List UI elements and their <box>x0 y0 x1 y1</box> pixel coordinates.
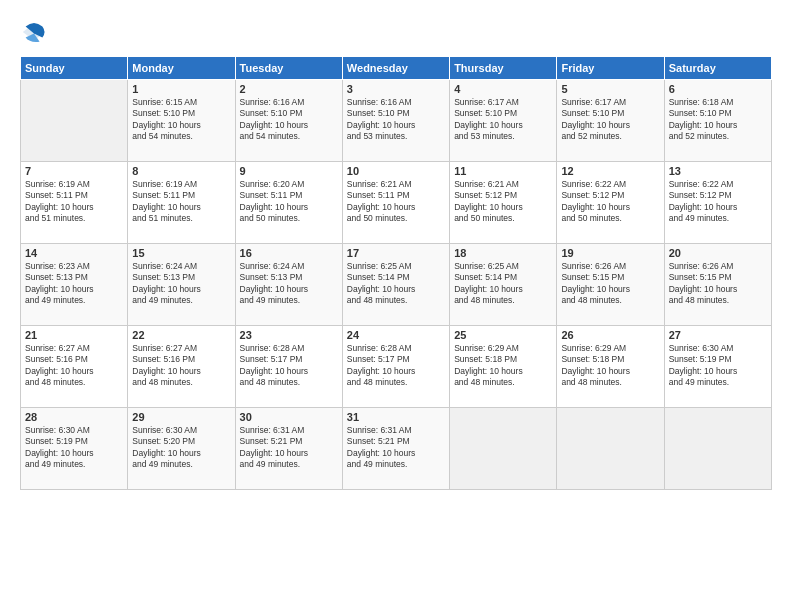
calendar-cell: 2Sunrise: 6:16 AM Sunset: 5:10 PM Daylig… <box>235 80 342 162</box>
logo-icon <box>20 18 48 46</box>
calendar-cell: 26Sunrise: 6:29 AM Sunset: 5:18 PM Dayli… <box>557 326 664 408</box>
day-info: Sunrise: 6:31 AM Sunset: 5:21 PM Dayligh… <box>347 425 445 471</box>
calendar-week-row: 21Sunrise: 6:27 AM Sunset: 5:16 PM Dayli… <box>21 326 772 408</box>
logo <box>20 18 52 46</box>
day-number: 31 <box>347 411 445 423</box>
calendar-cell: 3Sunrise: 6:16 AM Sunset: 5:10 PM Daylig… <box>342 80 449 162</box>
day-number: 20 <box>669 247 767 259</box>
day-info: Sunrise: 6:24 AM Sunset: 5:13 PM Dayligh… <box>240 261 338 307</box>
day-number: 17 <box>347 247 445 259</box>
calendar-cell: 29Sunrise: 6:30 AM Sunset: 5:20 PM Dayli… <box>128 408 235 490</box>
day-info: Sunrise: 6:22 AM Sunset: 5:12 PM Dayligh… <box>669 179 767 225</box>
calendar-cell: 10Sunrise: 6:21 AM Sunset: 5:11 PM Dayli… <box>342 162 449 244</box>
day-info: Sunrise: 6:22 AM Sunset: 5:12 PM Dayligh… <box>561 179 659 225</box>
calendar-cell: 27Sunrise: 6:30 AM Sunset: 5:19 PM Dayli… <box>664 326 771 408</box>
day-info: Sunrise: 6:29 AM Sunset: 5:18 PM Dayligh… <box>561 343 659 389</box>
day-info: Sunrise: 6:24 AM Sunset: 5:13 PM Dayligh… <box>132 261 230 307</box>
day-info: Sunrise: 6:26 AM Sunset: 5:15 PM Dayligh… <box>669 261 767 307</box>
day-number: 15 <box>132 247 230 259</box>
day-number: 13 <box>669 165 767 177</box>
calendar-cell: 12Sunrise: 6:22 AM Sunset: 5:12 PM Dayli… <box>557 162 664 244</box>
weekday-header-wednesday: Wednesday <box>342 57 449 80</box>
calendar-cell: 13Sunrise: 6:22 AM Sunset: 5:12 PM Dayli… <box>664 162 771 244</box>
day-number: 14 <box>25 247 123 259</box>
day-number: 16 <box>240 247 338 259</box>
day-number: 2 <box>240 83 338 95</box>
calendar-cell: 9Sunrise: 6:20 AM Sunset: 5:11 PM Daylig… <box>235 162 342 244</box>
day-number: 19 <box>561 247 659 259</box>
day-number: 9 <box>240 165 338 177</box>
calendar-cell: 18Sunrise: 6:25 AM Sunset: 5:14 PM Dayli… <box>450 244 557 326</box>
day-info: Sunrise: 6:21 AM Sunset: 5:12 PM Dayligh… <box>454 179 552 225</box>
calendar-cell: 24Sunrise: 6:28 AM Sunset: 5:17 PM Dayli… <box>342 326 449 408</box>
day-info: Sunrise: 6:27 AM Sunset: 5:16 PM Dayligh… <box>132 343 230 389</box>
day-number: 22 <box>132 329 230 341</box>
calendar-cell: 30Sunrise: 6:31 AM Sunset: 5:21 PM Dayli… <box>235 408 342 490</box>
day-info: Sunrise: 6:20 AM Sunset: 5:11 PM Dayligh… <box>240 179 338 225</box>
day-number: 6 <box>669 83 767 95</box>
calendar-cell: 7Sunrise: 6:19 AM Sunset: 5:11 PM Daylig… <box>21 162 128 244</box>
calendar-cell <box>557 408 664 490</box>
calendar-cell <box>450 408 557 490</box>
day-info: Sunrise: 6:26 AM Sunset: 5:15 PM Dayligh… <box>561 261 659 307</box>
calendar-cell: 8Sunrise: 6:19 AM Sunset: 5:11 PM Daylig… <box>128 162 235 244</box>
calendar-cell: 25Sunrise: 6:29 AM Sunset: 5:18 PM Dayli… <box>450 326 557 408</box>
calendar-cell: 16Sunrise: 6:24 AM Sunset: 5:13 PM Dayli… <box>235 244 342 326</box>
day-info: Sunrise: 6:27 AM Sunset: 5:16 PM Dayligh… <box>25 343 123 389</box>
calendar-table: SundayMondayTuesdayWednesdayThursdayFrid… <box>20 56 772 490</box>
weekday-header-saturday: Saturday <box>664 57 771 80</box>
day-number: 29 <box>132 411 230 423</box>
day-info: Sunrise: 6:28 AM Sunset: 5:17 PM Dayligh… <box>347 343 445 389</box>
day-number: 24 <box>347 329 445 341</box>
calendar-cell: 31Sunrise: 6:31 AM Sunset: 5:21 PM Dayli… <box>342 408 449 490</box>
day-info: Sunrise: 6:21 AM Sunset: 5:11 PM Dayligh… <box>347 179 445 225</box>
day-number: 7 <box>25 165 123 177</box>
day-number: 26 <box>561 329 659 341</box>
calendar-cell: 6Sunrise: 6:18 AM Sunset: 5:10 PM Daylig… <box>664 80 771 162</box>
calendar-week-row: 1Sunrise: 6:15 AM Sunset: 5:10 PM Daylig… <box>21 80 772 162</box>
day-number: 11 <box>454 165 552 177</box>
day-info: Sunrise: 6:16 AM Sunset: 5:10 PM Dayligh… <box>240 97 338 143</box>
day-info: Sunrise: 6:17 AM Sunset: 5:10 PM Dayligh… <box>454 97 552 143</box>
calendar-cell: 28Sunrise: 6:30 AM Sunset: 5:19 PM Dayli… <box>21 408 128 490</box>
calendar-week-row: 28Sunrise: 6:30 AM Sunset: 5:19 PM Dayli… <box>21 408 772 490</box>
day-number: 21 <box>25 329 123 341</box>
day-info: Sunrise: 6:29 AM Sunset: 5:18 PM Dayligh… <box>454 343 552 389</box>
day-number: 4 <box>454 83 552 95</box>
day-number: 3 <box>347 83 445 95</box>
calendar-cell <box>664 408 771 490</box>
weekday-header-friday: Friday <box>557 57 664 80</box>
day-number: 18 <box>454 247 552 259</box>
calendar-cell: 17Sunrise: 6:25 AM Sunset: 5:14 PM Dayli… <box>342 244 449 326</box>
calendar-cell: 14Sunrise: 6:23 AM Sunset: 5:13 PM Dayli… <box>21 244 128 326</box>
calendar-cell: 23Sunrise: 6:28 AM Sunset: 5:17 PM Dayli… <box>235 326 342 408</box>
weekday-header-tuesday: Tuesday <box>235 57 342 80</box>
day-info: Sunrise: 6:16 AM Sunset: 5:10 PM Dayligh… <box>347 97 445 143</box>
day-number: 5 <box>561 83 659 95</box>
calendar-body: 1Sunrise: 6:15 AM Sunset: 5:10 PM Daylig… <box>21 80 772 490</box>
calendar-cell: 11Sunrise: 6:21 AM Sunset: 5:12 PM Dayli… <box>450 162 557 244</box>
day-info: Sunrise: 6:19 AM Sunset: 5:11 PM Dayligh… <box>132 179 230 225</box>
day-number: 30 <box>240 411 338 423</box>
calendar-cell: 22Sunrise: 6:27 AM Sunset: 5:16 PM Dayli… <box>128 326 235 408</box>
header <box>20 18 772 46</box>
day-info: Sunrise: 6:30 AM Sunset: 5:20 PM Dayligh… <box>132 425 230 471</box>
weekday-header-monday: Monday <box>128 57 235 80</box>
day-info: Sunrise: 6:28 AM Sunset: 5:17 PM Dayligh… <box>240 343 338 389</box>
day-info: Sunrise: 6:31 AM Sunset: 5:21 PM Dayligh… <box>240 425 338 471</box>
calendar-week-row: 7Sunrise: 6:19 AM Sunset: 5:11 PM Daylig… <box>21 162 772 244</box>
calendar-cell: 5Sunrise: 6:17 AM Sunset: 5:10 PM Daylig… <box>557 80 664 162</box>
day-number: 10 <box>347 165 445 177</box>
day-info: Sunrise: 6:30 AM Sunset: 5:19 PM Dayligh… <box>669 343 767 389</box>
calendar-cell: 21Sunrise: 6:27 AM Sunset: 5:16 PM Dayli… <box>21 326 128 408</box>
day-info: Sunrise: 6:30 AM Sunset: 5:19 PM Dayligh… <box>25 425 123 471</box>
calendar-cell: 4Sunrise: 6:17 AM Sunset: 5:10 PM Daylig… <box>450 80 557 162</box>
day-info: Sunrise: 6:23 AM Sunset: 5:13 PM Dayligh… <box>25 261 123 307</box>
calendar-cell: 1Sunrise: 6:15 AM Sunset: 5:10 PM Daylig… <box>128 80 235 162</box>
day-number: 23 <box>240 329 338 341</box>
calendar-header-row: SundayMondayTuesdayWednesdayThursdayFrid… <box>21 57 772 80</box>
day-info: Sunrise: 6:25 AM Sunset: 5:14 PM Dayligh… <box>347 261 445 307</box>
day-number: 28 <box>25 411 123 423</box>
calendar-cell <box>21 80 128 162</box>
day-number: 12 <box>561 165 659 177</box>
